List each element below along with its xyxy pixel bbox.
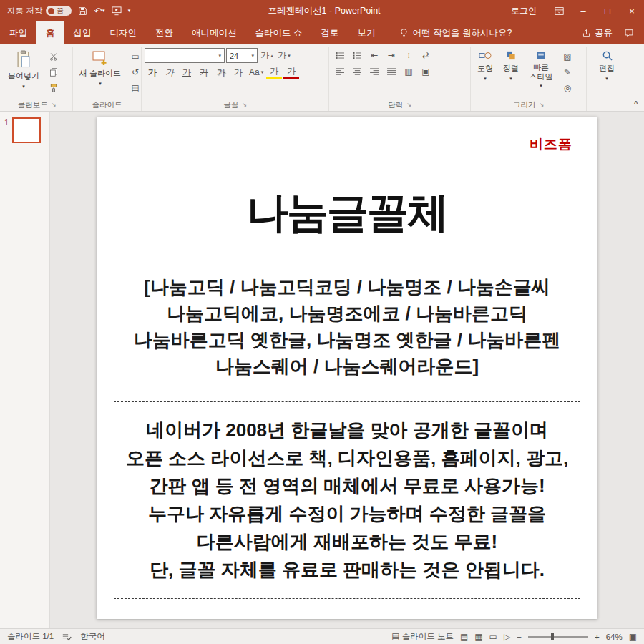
convert-smartart-button[interactable]: ▣ <box>418 64 434 79</box>
dialog-launcher-icon[interactable]: ↘ <box>539 102 544 108</box>
tab-animations[interactable]: 애니메이션 <box>182 21 246 44</box>
tab-design[interactable]: 디자인 <box>101 21 147 44</box>
columns-button[interactable]: ▥ <box>401 64 416 79</box>
login-button[interactable]: 로그인 <box>511 5 537 17</box>
text-direction-button[interactable]: ⇄ <box>418 48 434 62</box>
increase-indent-button[interactable]: ⇥ <box>384 48 399 62</box>
slide-canvas: 비즈폼 나눔글꼴체 [나눔고딕 / 나눔고딕코딩 / 나눔명조 / 나눔손글씨 … <box>50 112 644 628</box>
zoom-out-button[interactable]: − <box>517 633 522 641</box>
dialog-launcher-icon[interactable]: ↘ <box>242 102 247 108</box>
tab-view[interactable]: 보기 <box>348 21 384 44</box>
customize-qat-button[interactable]: ▾ <box>128 8 131 14</box>
dialog-launcher-icon[interactable]: ↘ <box>52 102 57 108</box>
italic-button[interactable]: 가 <box>162 65 177 79</box>
align-left-button[interactable] <box>332 64 348 79</box>
align-right-button[interactable] <box>366 64 382 79</box>
numbering-button[interactable] <box>349 48 365 62</box>
save-button[interactable] <box>78 6 87 16</box>
highlight-color-button[interactable]: 가 <box>266 65 282 79</box>
normal-view-button[interactable]: ▤ <box>460 632 468 642</box>
grow-font-button[interactable]: 가 ▴ <box>259 49 275 63</box>
zoom-slider-handle[interactable] <box>551 633 554 640</box>
slideshow-view-button[interactable]: ▷ <box>504 632 510 642</box>
shapes-button[interactable]: 도형 ▾ <box>474 48 497 84</box>
change-case-label: Aa <box>249 67 260 77</box>
line-spacing-button[interactable]: ↕ <box>401 48 416 62</box>
editing-group: 편집 ▾ <box>587 47 627 111</box>
scissors-icon <box>49 52 58 61</box>
font-color-button[interactable]: 가 <box>283 65 299 79</box>
slide-thumbnail[interactable] <box>12 117 41 143</box>
bold-button[interactable]: 가 <box>145 65 160 79</box>
dialog-launcher-icon[interactable]: ↘ <box>406 102 411 108</box>
paragraph-group: ⇤ ⇥ ↕ ⇄ <box>329 47 471 111</box>
maximize-button[interactable]: □ <box>595 0 620 21</box>
tab-slideshow[interactable]: 슬라이드 쇼 <box>246 21 312 44</box>
slide-title-textbox[interactable]: 나눔글꼴체 <box>97 185 597 241</box>
text-shadow-button[interactable]: 가 <box>213 65 229 79</box>
notes-button[interactable]: ▤ 슬라이드 노트 <box>391 631 454 642</box>
editing-button[interactable]: 편집 ▾ <box>595 48 618 84</box>
underline-button[interactable]: 가 <box>179 65 195 79</box>
language-button[interactable]: 한국어 <box>80 631 105 642</box>
undo-button[interactable]: ↶ ▾ <box>94 6 104 16</box>
tell-me-box[interactable]: 어떤 작업을 원하시나요? <box>396 21 516 44</box>
collapse-ribbon-button[interactable]: ^ <box>634 99 638 108</box>
arrange-label: 정렬 <box>503 63 519 74</box>
tab-file[interactable]: 파일 <box>0 21 36 44</box>
tab-review[interactable]: 검토 <box>311 21 348 44</box>
paste-label: 붙여넣기 <box>8 71 39 82</box>
shrink-font-button[interactable]: 가 ▾ <box>276 49 292 63</box>
tab-home[interactable]: 홈 <box>36 21 64 44</box>
tab-insert[interactable]: 삽입 <box>64 21 101 44</box>
new-slide-button[interactable]: 새 슬라이드 ▾ <box>76 48 125 89</box>
close-button[interactable]: × <box>620 0 644 21</box>
quick-styles-button[interactable]: 빠른 스타일 ▾ <box>525 48 557 91</box>
cut-button[interactable] <box>46 49 62 64</box>
shape-fill-button[interactable]: ▨ <box>560 49 575 64</box>
reading-view-button[interactable]: ▭ <box>489 632 497 642</box>
strikethrough-button[interactable]: 가 <box>196 65 212 79</box>
change-case-button[interactable]: Aa ▾ <box>248 65 265 79</box>
accessibility-check-button[interactable] <box>62 633 72 641</box>
toggle-switch-icon: 끔 <box>46 6 72 16</box>
slide-layout-button[interactable]: ▭ <box>127 49 143 64</box>
tab-transitions[interactable]: 전환 <box>146 21 182 44</box>
slide-sorter-view-button[interactable]: ▦ <box>474 632 482 642</box>
paste-button[interactable]: 붙여넣기 ▾ <box>4 48 43 92</box>
notes-label: 슬라이드 노트 <box>402 632 454 640</box>
shape-effects-button[interactable]: ◎ <box>560 81 575 95</box>
font-size-combo[interactable]: 24 ▾ <box>226 48 258 63</box>
slide-number: 1 <box>4 117 9 127</box>
chevron-down-icon: ▾ <box>605 76 608 82</box>
justify-button[interactable] <box>384 64 399 79</box>
character-spacing-button[interactable]: 가 <box>230 65 246 79</box>
autosave-toggle[interactable]: 자동 저장 끔 <box>7 6 72 16</box>
zoom-slider[interactable] <box>528 636 588 638</box>
section-button[interactable]: ▤ <box>127 81 143 95</box>
align-center-button[interactable] <box>349 64 365 79</box>
decrease-indent-button[interactable]: ⇤ <box>366 48 382 62</box>
slides-group-label: 슬라이드 <box>92 100 122 110</box>
font-name-combo[interactable]: ▾ <box>145 48 225 63</box>
brand-logo-text: 비즈폼 <box>530 135 572 154</box>
share-button[interactable]: 공유 <box>582 27 613 39</box>
format-painter-button[interactable] <box>46 81 62 95</box>
zoom-level[interactable]: 64% <box>606 633 623 641</box>
comments-button[interactable] <box>624 29 634 38</box>
slide-indicator[interactable]: 슬라이드 1/1 <box>7 631 54 642</box>
copy-button[interactable] <box>46 65 62 79</box>
zoom-in-button[interactable]: + <box>595 633 600 641</box>
chevron-down-icon: ▾ <box>288 53 291 59</box>
bullets-button[interactable] <box>332 48 348 62</box>
ribbon-display-options-button[interactable] <box>547 0 571 21</box>
reset-slide-button[interactable]: ↺ <box>127 65 143 79</box>
description-textbox[interactable]: 네이버가 2008년 한글날을 맞아 공개한 글꼴이며 오픈 소스 라이선스로 … <box>114 401 580 599</box>
shape-outline-button[interactable]: ✎ <box>560 65 575 79</box>
minimize-button[interactable]: – <box>571 0 595 21</box>
start-slideshow-button[interactable] <box>112 6 122 16</box>
slide[interactable]: 비즈폼 나눔글꼴체 [나눔고딕 / 나눔고딕코딩 / 나눔명조 / 나눔손글씨 … <box>97 117 597 619</box>
slide-subtitle-textbox[interactable]: [나눔고딕 / 나눔고딕코딩 / 나눔명조 / 나눔손글씨 나눔고딕에코, 나눔… <box>97 274 597 380</box>
arrange-button[interactable]: 정렬 ▾ <box>499 48 522 84</box>
fit-slide-to-window-button[interactable]: ▣ <box>629 632 637 642</box>
